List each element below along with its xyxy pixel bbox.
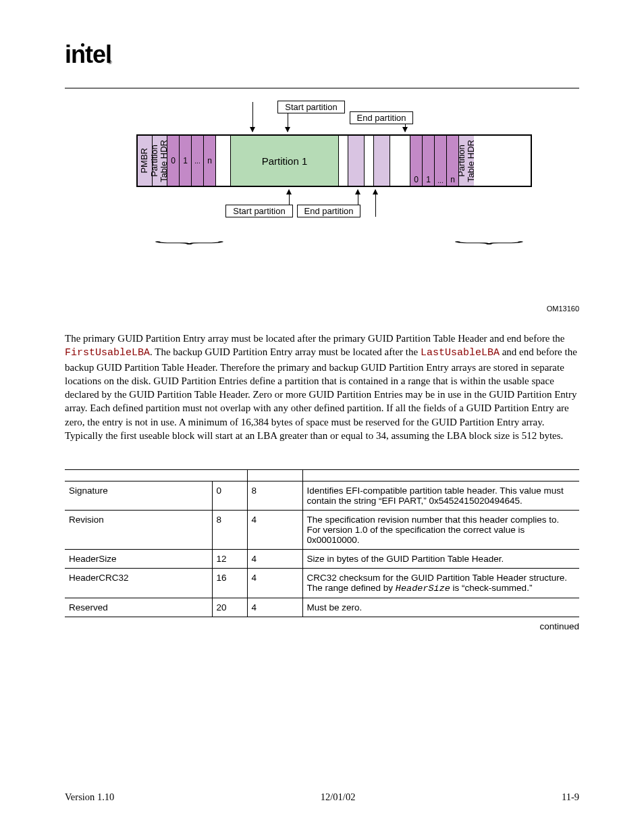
footer-page: 11-9: [562, 791, 579, 803]
gap-3: [365, 136, 374, 186]
start-partition-top-label: Start partition: [277, 101, 345, 113]
brace-left: ⏟: [155, 226, 224, 245]
table-row: HeaderSize124Size in bytes of the GUID P…: [65, 550, 579, 569]
gpt-diagram: Start partition End partition PMBR Parti…: [65, 91, 579, 321]
th-offset: [212, 470, 247, 481]
gap-4: [390, 136, 410, 186]
gap-1: [216, 136, 231, 186]
th-length: [247, 470, 302, 481]
end-partition-bottom-label: End partition: [297, 205, 360, 217]
backup-entry-0: 0: [410, 136, 423, 186]
entry-1: 1: [180, 136, 192, 186]
partition-other-1: [348, 136, 365, 186]
partition-table-hdr-primary: Partition Table HDR: [150, 140, 169, 182]
top-rule: [65, 88, 579, 88]
entry-dots: ...: [192, 136, 204, 186]
backup-entry-1: 1: [423, 136, 435, 186]
code-lastusablelba: LastUsableLBA: [421, 347, 500, 359]
entry-0: 0: [167, 136, 180, 186]
intel-logo: intel ®: [65, 41, 111, 69]
th-desc: [302, 470, 579, 481]
footer-version: Version 1.10: [65, 791, 114, 803]
body-paragraph: The primary GUID Partition Entry array m…: [65, 332, 579, 442]
table-row: Signature08Identifies EFI-compatible par…: [65, 481, 579, 511]
partition-other-2: [374, 136, 390, 186]
th-mnemonic: [65, 470, 212, 481]
continued-label: continued: [65, 621, 579, 631]
pmbr-block: PMBR: [140, 148, 149, 174]
table-row: Revision84The specification revision num…: [65, 511, 579, 550]
entry-n: n: [204, 136, 216, 186]
page-footer: Version 1.10 12/01/02 11-9: [65, 791, 579, 803]
backup-entry-dots: ...: [435, 136, 447, 186]
figure-id: OM13160: [547, 305, 579, 313]
gap-2: [339, 136, 348, 186]
gpt-header-table: Signature08Identifies EFI-compatible par…: [65, 470, 579, 617]
table-row: Reserved204Must be zero.: [65, 598, 579, 617]
partition-table-hdr-backup: Partition Table HDR: [457, 140, 477, 182]
table-row: HeaderCRC32164CRC32 checksum for the GUI…: [65, 569, 579, 598]
end-partition-top-label: End partition: [350, 111, 413, 124]
footer-date: 12/01/02: [321, 791, 356, 803]
start-partition-bottom-label: Start partition: [225, 205, 293, 217]
brace-right: ⏟: [455, 226, 524, 245]
code-firstusablelba: FirstUsableLBA: [65, 347, 150, 359]
partition-1: Partition 1: [231, 136, 339, 186]
